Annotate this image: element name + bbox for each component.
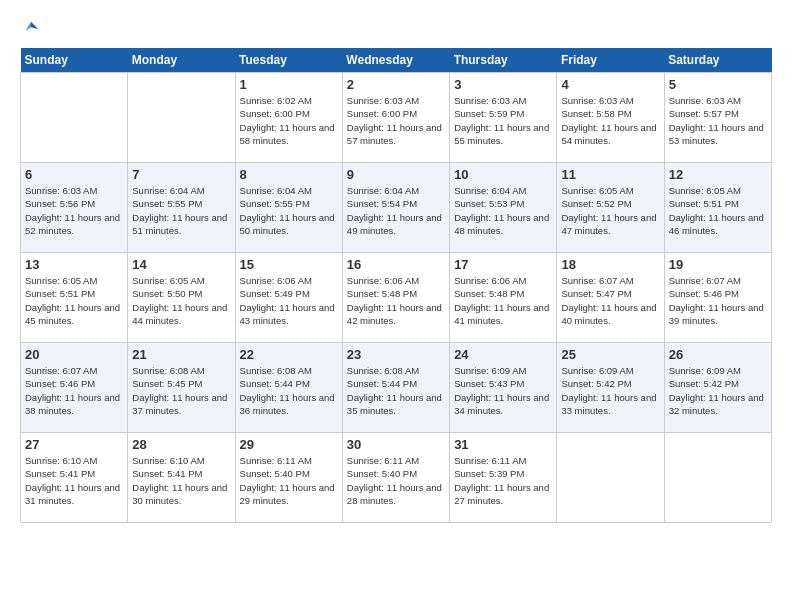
day-info: Sunrise: 6:06 AM Sunset: 5:48 PM Dayligh… <box>347 274 445 327</box>
day-number: 22 <box>240 347 338 362</box>
day-info: Sunrise: 6:05 AM Sunset: 5:51 PM Dayligh… <box>25 274 123 327</box>
column-header-saturday: Saturday <box>664 48 771 73</box>
column-header-thursday: Thursday <box>450 48 557 73</box>
calendar-cell: 15Sunrise: 6:06 AM Sunset: 5:49 PM Dayli… <box>235 253 342 343</box>
day-info: Sunrise: 6:07 AM Sunset: 5:47 PM Dayligh… <box>561 274 659 327</box>
day-number: 27 <box>25 437 123 452</box>
calendar-header-row: SundayMondayTuesdayWednesdayThursdayFrid… <box>21 48 772 73</box>
calendar-cell: 23Sunrise: 6:08 AM Sunset: 5:44 PM Dayli… <box>342 343 449 433</box>
day-number: 29 <box>240 437 338 452</box>
day-number: 15 <box>240 257 338 272</box>
day-number: 7 <box>132 167 230 182</box>
day-info: Sunrise: 6:11 AM Sunset: 5:40 PM Dayligh… <box>347 454 445 507</box>
day-info: Sunrise: 6:03 AM Sunset: 5:58 PM Dayligh… <box>561 94 659 147</box>
calendar-cell: 31Sunrise: 6:11 AM Sunset: 5:39 PM Dayli… <box>450 433 557 523</box>
day-number: 14 <box>132 257 230 272</box>
day-number: 10 <box>454 167 552 182</box>
day-info: Sunrise: 6:04 AM Sunset: 5:54 PM Dayligh… <box>347 184 445 237</box>
calendar-table: SundayMondayTuesdayWednesdayThursdayFrid… <box>20 48 772 523</box>
calendar-cell: 6Sunrise: 6:03 AM Sunset: 5:56 PM Daylig… <box>21 163 128 253</box>
day-number: 20 <box>25 347 123 362</box>
calendar-week-row: 20Sunrise: 6:07 AM Sunset: 5:46 PM Dayli… <box>21 343 772 433</box>
calendar-week-row: 6Sunrise: 6:03 AM Sunset: 5:56 PM Daylig… <box>21 163 772 253</box>
day-info: Sunrise: 6:05 AM Sunset: 5:50 PM Dayligh… <box>132 274 230 327</box>
calendar-cell: 22Sunrise: 6:08 AM Sunset: 5:44 PM Dayli… <box>235 343 342 433</box>
day-info: Sunrise: 6:05 AM Sunset: 5:52 PM Dayligh… <box>561 184 659 237</box>
day-number: 2 <box>347 77 445 92</box>
day-number: 17 <box>454 257 552 272</box>
calendar-cell: 13Sunrise: 6:05 AM Sunset: 5:51 PM Dayli… <box>21 253 128 343</box>
calendar-cell: 1Sunrise: 6:02 AM Sunset: 6:00 PM Daylig… <box>235 73 342 163</box>
day-info: Sunrise: 6:03 AM Sunset: 5:56 PM Dayligh… <box>25 184 123 237</box>
calendar-cell: 16Sunrise: 6:06 AM Sunset: 5:48 PM Dayli… <box>342 253 449 343</box>
calendar-cell: 10Sunrise: 6:04 AM Sunset: 5:53 PM Dayli… <box>450 163 557 253</box>
day-info: Sunrise: 6:06 AM Sunset: 5:48 PM Dayligh… <box>454 274 552 327</box>
day-info: Sunrise: 6:07 AM Sunset: 5:46 PM Dayligh… <box>25 364 123 417</box>
calendar-cell <box>557 433 664 523</box>
calendar-cell <box>664 433 771 523</box>
day-number: 1 <box>240 77 338 92</box>
calendar-cell: 17Sunrise: 6:06 AM Sunset: 5:48 PM Dayli… <box>450 253 557 343</box>
day-info: Sunrise: 6:09 AM Sunset: 5:42 PM Dayligh… <box>669 364 767 417</box>
calendar-cell: 2Sunrise: 6:03 AM Sunset: 6:00 PM Daylig… <box>342 73 449 163</box>
day-info: Sunrise: 6:03 AM Sunset: 5:59 PM Dayligh… <box>454 94 552 147</box>
day-number: 26 <box>669 347 767 362</box>
day-info: Sunrise: 6:08 AM Sunset: 5:45 PM Dayligh… <box>132 364 230 417</box>
calendar-cell: 27Sunrise: 6:10 AM Sunset: 5:41 PM Dayli… <box>21 433 128 523</box>
day-info: Sunrise: 6:09 AM Sunset: 5:43 PM Dayligh… <box>454 364 552 417</box>
calendar-cell: 30Sunrise: 6:11 AM Sunset: 5:40 PM Dayli… <box>342 433 449 523</box>
day-number: 21 <box>132 347 230 362</box>
calendar-cell: 19Sunrise: 6:07 AM Sunset: 5:46 PM Dayli… <box>664 253 771 343</box>
column-header-wednesday: Wednesday <box>342 48 449 73</box>
calendar-cell: 3Sunrise: 6:03 AM Sunset: 5:59 PM Daylig… <box>450 73 557 163</box>
day-info: Sunrise: 6:11 AM Sunset: 5:39 PM Dayligh… <box>454 454 552 507</box>
page-header <box>20 20 772 38</box>
day-number: 9 <box>347 167 445 182</box>
calendar-cell: 20Sunrise: 6:07 AM Sunset: 5:46 PM Dayli… <box>21 343 128 433</box>
logo-icon <box>22 20 40 38</box>
calendar-cell: 18Sunrise: 6:07 AM Sunset: 5:47 PM Dayli… <box>557 253 664 343</box>
column-header-monday: Monday <box>128 48 235 73</box>
day-info: Sunrise: 6:08 AM Sunset: 5:44 PM Dayligh… <box>240 364 338 417</box>
day-number: 30 <box>347 437 445 452</box>
calendar-cell: 28Sunrise: 6:10 AM Sunset: 5:41 PM Dayli… <box>128 433 235 523</box>
day-info: Sunrise: 6:10 AM Sunset: 5:41 PM Dayligh… <box>25 454 123 507</box>
calendar-cell: 8Sunrise: 6:04 AM Sunset: 5:55 PM Daylig… <box>235 163 342 253</box>
calendar-cell <box>21 73 128 163</box>
calendar-cell: 9Sunrise: 6:04 AM Sunset: 5:54 PM Daylig… <box>342 163 449 253</box>
day-number: 28 <box>132 437 230 452</box>
calendar-cell: 5Sunrise: 6:03 AM Sunset: 5:57 PM Daylig… <box>664 73 771 163</box>
day-info: Sunrise: 6:09 AM Sunset: 5:42 PM Dayligh… <box>561 364 659 417</box>
day-number: 12 <box>669 167 767 182</box>
day-info: Sunrise: 6:04 AM Sunset: 5:55 PM Dayligh… <box>132 184 230 237</box>
calendar-cell: 21Sunrise: 6:08 AM Sunset: 5:45 PM Dayli… <box>128 343 235 433</box>
day-info: Sunrise: 6:11 AM Sunset: 5:40 PM Dayligh… <box>240 454 338 507</box>
calendar-cell: 29Sunrise: 6:11 AM Sunset: 5:40 PM Dayli… <box>235 433 342 523</box>
day-number: 5 <box>669 77 767 92</box>
day-info: Sunrise: 6:07 AM Sunset: 5:46 PM Dayligh… <box>669 274 767 327</box>
day-info: Sunrise: 6:02 AM Sunset: 6:00 PM Dayligh… <box>240 94 338 147</box>
calendar-week-row: 27Sunrise: 6:10 AM Sunset: 5:41 PM Dayli… <box>21 433 772 523</box>
day-number: 16 <box>347 257 445 272</box>
day-info: Sunrise: 6:08 AM Sunset: 5:44 PM Dayligh… <box>347 364 445 417</box>
day-number: 8 <box>240 167 338 182</box>
calendar-week-row: 13Sunrise: 6:05 AM Sunset: 5:51 PM Dayli… <box>21 253 772 343</box>
day-number: 4 <box>561 77 659 92</box>
day-number: 11 <box>561 167 659 182</box>
day-number: 31 <box>454 437 552 452</box>
calendar-cell: 26Sunrise: 6:09 AM Sunset: 5:42 PM Dayli… <box>664 343 771 433</box>
column-header-friday: Friday <box>557 48 664 73</box>
day-number: 23 <box>347 347 445 362</box>
calendar-cell <box>128 73 235 163</box>
day-number: 6 <box>25 167 123 182</box>
day-info: Sunrise: 6:05 AM Sunset: 5:51 PM Dayligh… <box>669 184 767 237</box>
day-number: 18 <box>561 257 659 272</box>
day-info: Sunrise: 6:04 AM Sunset: 5:53 PM Dayligh… <box>454 184 552 237</box>
day-info: Sunrise: 6:03 AM Sunset: 6:00 PM Dayligh… <box>347 94 445 147</box>
day-number: 19 <box>669 257 767 272</box>
day-info: Sunrise: 6:03 AM Sunset: 5:57 PM Dayligh… <box>669 94 767 147</box>
calendar-cell: 11Sunrise: 6:05 AM Sunset: 5:52 PM Dayli… <box>557 163 664 253</box>
calendar-cell: 14Sunrise: 6:05 AM Sunset: 5:50 PM Dayli… <box>128 253 235 343</box>
day-info: Sunrise: 6:10 AM Sunset: 5:41 PM Dayligh… <box>132 454 230 507</box>
calendar-cell: 7Sunrise: 6:04 AM Sunset: 5:55 PM Daylig… <box>128 163 235 253</box>
